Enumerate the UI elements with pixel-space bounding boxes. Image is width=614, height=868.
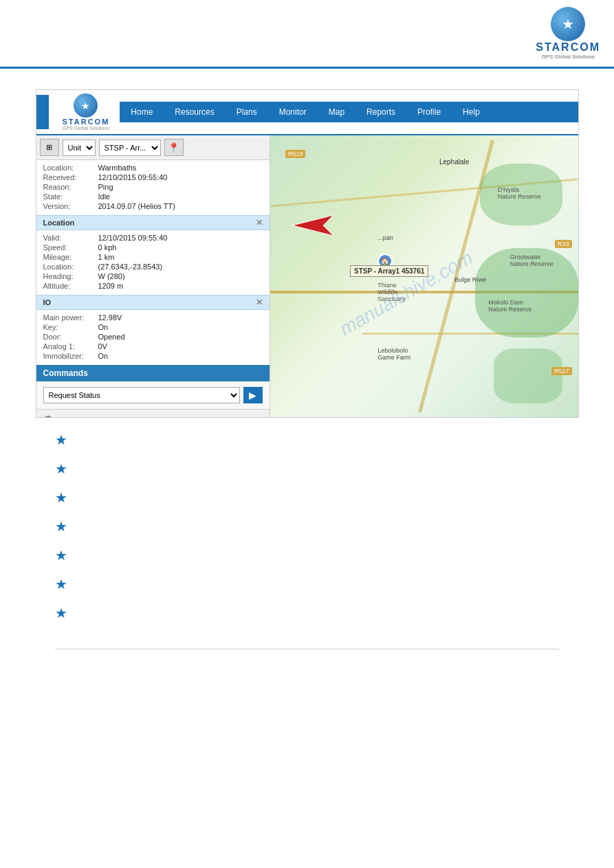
- location-pin-icon: 📍: [168, 142, 179, 153]
- location-label: Location:: [43, 164, 98, 172]
- location-section-header: Location ✕: [36, 215, 270, 230]
- unit-select[interactable]: STSP - Arr...: [99, 140, 161, 156]
- nav-monitor[interactable]: Monitor: [268, 102, 318, 122]
- bottom-bar: ⚙: [36, 409, 270, 417]
- door-row: Door: Opened: [43, 333, 263, 341]
- left-panel: ⊞ Unit STSP - Arr... 📍 Location:: [36, 135, 270, 417]
- header-logo: STARCOM GPS Global Solutions: [536, 7, 600, 60]
- mileage-value: 1 km: [98, 253, 115, 261]
- grid-button[interactable]: ⊞: [40, 139, 59, 156]
- type-select[interactable]: Unit: [63, 140, 96, 156]
- io-section-header: IO ✕: [36, 295, 270, 310]
- app-logo-sub: GPS Global Solutions: [63, 126, 109, 131]
- toolbar: ⊞ Unit STSP - Arr... 📍: [36, 135, 270, 160]
- star-icon-7: ★: [55, 605, 67, 621]
- logo-text: STARCOM: [536, 41, 600, 54]
- nav-help[interactable]: Help: [452, 102, 491, 122]
- vehicle-map-label: STSP - Array1 453761: [350, 265, 428, 277]
- nav-home[interactable]: Home: [120, 102, 164, 122]
- map-road-badge1: R518: [285, 150, 306, 158]
- location-value: Warmbaths: [98, 164, 137, 172]
- received-row: Received: 12/10/2015 09:55:40: [43, 173, 263, 181]
- star-item-1: ★: [55, 432, 559, 448]
- page-header: STARCOM GPS Global Solutions: [0, 0, 614, 67]
- map-road-badge3: R517: [551, 367, 572, 375]
- door-label: Door:: [43, 333, 98, 341]
- state-row: State: Idle: [43, 192, 263, 201]
- star-item-5: ★: [55, 547, 559, 564]
- grid-icon: ⊞: [46, 143, 52, 152]
- map-nature-reserve3: [494, 348, 562, 403]
- key-row: Key: On: [43, 323, 263, 331]
- command-select[interactable]: Request Status: [43, 387, 240, 403]
- version-row: Version: 2014.09.07 (Helios TT): [43, 202, 263, 210]
- header-divider: [0, 67, 614, 69]
- star-icon-6: ★: [55, 576, 67, 592]
- reason-label: Reason:: [43, 183, 98, 191]
- key-label: Key:: [43, 323, 98, 331]
- send-command-button[interactable]: ▶: [243, 387, 263, 403]
- state-label: State:: [43, 192, 98, 201]
- star-icon-5: ★: [55, 547, 67, 564]
- stars-section: ★ ★ ★ ★ ★ ★ ★: [28, 432, 586, 621]
- analog-label: Analog 1:: [43, 342, 98, 350]
- speed-value: 0 kph: [98, 243, 117, 252]
- location-button[interactable]: 📍: [164, 139, 184, 156]
- heading-row: Heading: W (280): [43, 272, 263, 280]
- map-place-lebolobolo: LeboloboloGame Farm: [377, 347, 410, 361]
- reason-row: Reason: Ping: [43, 183, 263, 191]
- map-background: R518 R33 R517 Lephalale D'NyalaNature Re…: [270, 135, 578, 417]
- star-icon-3: ★: [55, 489, 67, 506]
- valid-value: 12/10/2015 09:55:40: [98, 234, 168, 242]
- blue-sidebar-bar: [36, 95, 49, 129]
- loc-coords-row: Location: (27.6343,-23.8543): [43, 263, 263, 271]
- map-road-badge2: R33: [555, 240, 572, 248]
- content-area: ⊞ Unit STSP - Arr... 📍 Location:: [36, 135, 578, 417]
- io-close-icon[interactable]: ✕: [256, 298, 263, 307]
- gear-icon[interactable]: ⚙: [43, 414, 53, 417]
- star-icon-1: ★: [55, 432, 67, 448]
- door-value: Opened: [98, 333, 125, 341]
- map-place-bulge: Bulge River: [454, 276, 487, 283]
- mileage-row: Mileage: 1 km: [43, 253, 263, 261]
- vehicle-info-section: Location: Warmbaths Received: 12/10/2015…: [36, 160, 270, 215]
- location-row: Location: Warmbaths: [43, 164, 263, 172]
- mileage-label: Mileage:: [43, 253, 98, 261]
- nav-resources[interactable]: Resources: [164, 102, 225, 122]
- speed-row: Speed: 0 kph: [43, 243, 263, 252]
- loc-coords-value: (27.6343,-23.8543): [98, 263, 163, 271]
- star-icon-2: ★: [55, 460, 67, 477]
- app-logo: STARCOM GPS Global Solutions: [52, 90, 120, 134]
- received-label: Received:: [43, 173, 98, 181]
- app-window: STARCOM GPS Global Solutions Home Resour…: [36, 89, 579, 418]
- immobilizer-label: Immobilizer:: [43, 352, 98, 360]
- location-section-body: Valid: 12/10/2015 09:55:40 Speed: 0 kph …: [36, 230, 270, 295]
- key-value: On: [98, 323, 109, 331]
- map-place-dniyala: D'NyalaNature Reserve: [498, 186, 541, 200]
- map-watermark: manualshive.com: [336, 247, 477, 341]
- nav-reports[interactable]: Reports: [355, 102, 406, 122]
- version-label: Version:: [43, 202, 98, 210]
- io-section-title: IO: [43, 298, 52, 307]
- location-close-icon[interactable]: ✕: [256, 218, 263, 227]
- map-direction-arrow: [285, 212, 333, 241]
- svg-marker-0: [292, 215, 333, 236]
- main-power-value: 12.98V: [98, 313, 122, 322]
- send-icon: ▶: [249, 390, 256, 401]
- nav-map[interactable]: Map: [318, 102, 355, 122]
- star-item-7: ★: [55, 605, 559, 621]
- star-icon-4: ★: [55, 518, 67, 535]
- star-item-6: ★: [55, 576, 559, 592]
- altitude-row: Altitude: 1209 m: [43, 282, 263, 290]
- loc-coords-label: Location:: [43, 263, 98, 271]
- nav-plans[interactable]: Plans: [226, 102, 268, 122]
- logo-sub: GPS Global Solutions: [541, 54, 594, 60]
- reason-value: Ping: [98, 183, 113, 191]
- app-header: STARCOM GPS Global Solutions Home Resour…: [36, 90, 578, 135]
- app-logo-text: STARCOM: [63, 118, 110, 126]
- commands-title: Commands: [43, 368, 88, 378]
- commands-header: Commands: [36, 365, 270, 381]
- nav-profile[interactable]: Profile: [406, 102, 452, 122]
- version-value: 2014.09.07 (Helios TT): [98, 202, 175, 210]
- immobilizer-row: Immobilizer: On: [43, 352, 263, 360]
